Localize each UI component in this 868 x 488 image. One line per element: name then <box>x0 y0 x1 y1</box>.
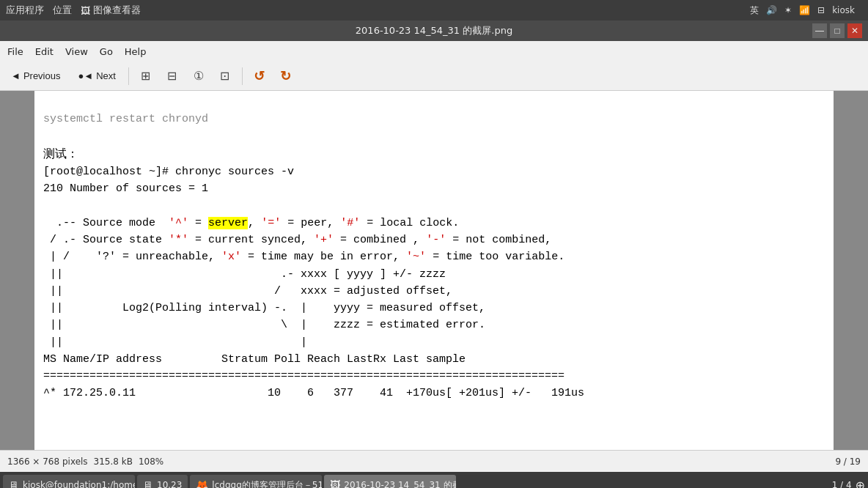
menu-help[interactable]: Help <box>120 45 151 59</box>
app-name: 🖼 图像查看器 <box>81 4 141 17</box>
image-dimensions: 1366 × 768 pixels <box>7 456 88 467</box>
system-bar: 应用程序 位置 🖼 图像查看器 英 🔊 ✶ 📶 ⊟ kiosk <box>0 0 868 21</box>
rotate-left-icon: ↺ <box>254 68 265 84</box>
system-bar-right: 英 🔊 ✶ 📶 ⊟ kiosk <box>750 4 862 17</box>
taskbar: 🖥 kiosk@foundation1:/home/kiosk/... 🖥 10… <box>0 472 868 488</box>
taskbar-item-firefox[interactable]: 🦊 lcdqqq的博客管理后台－51CTO... <box>190 475 322 488</box>
legend-line-5: || / xxxx = adjusted offset, <box>43 285 452 297</box>
next-label: Next <box>96 70 116 81</box>
menu-file[interactable]: File <box>3 45 28 59</box>
taskbar-counter: 1 / 4 <box>832 480 852 488</box>
audio-icon: 🔊 <box>766 5 777 15</box>
rotate-right-button[interactable]: ↻ <box>275 66 297 86</box>
bluetooth-icon: ✶ <box>784 5 792 15</box>
menu-bar: File Edit View Go Help <box>0 41 868 62</box>
app-icon: 🖼 <box>81 5 90 16</box>
terminal2-icon: 🖥 <box>143 479 153 488</box>
line-chinese-test: 测试： <box>43 147 78 160</box>
legend-line-2: / .- Source state '*' = current synced, … <box>43 234 551 246</box>
zoom-level: 108% <box>139 456 163 467</box>
line-number: 210 Number of sources = 1 <box>43 182 208 195</box>
image-position: 9 / 19 <box>835 456 861 467</box>
table-row-1: ^* 172.25.0.11 10 6 377 41 +170us[ +201u… <box>43 387 584 399</box>
toolbar-separator-2 <box>242 67 243 85</box>
legend-line-7: || \ | zzzz = estimated error. <box>43 319 485 331</box>
window-controls: — □ ✕ <box>812 23 862 38</box>
table-separator: ========================================… <box>43 370 564 382</box>
previous-button[interactable]: ◄ Previous <box>4 67 67 84</box>
taskbar-viewer-label: 2016-10-23 14_54_31 的截屏.png <box>344 479 456 489</box>
app-menu[interactable]: 应用程序 <box>6 4 44 17</box>
maximize-button[interactable]: □ <box>830 23 845 38</box>
terminal-content: systemctl restart chronyd 测试： [root@loca… <box>34 91 834 425</box>
viewer-icon: 🖼 <box>330 479 340 488</box>
taskbar-item-10[interactable]: 🖥 10.23 <box>137 475 188 488</box>
legend-line-6: || Log2(Polling interval) -. | yyyy = me… <box>43 302 485 314</box>
taskbar-item-viewer[interactable]: 🖼 2016-10-23 14_54_31 的截屏.png <box>324 475 456 488</box>
taskbar-firefox-label: lcdqqq的博客管理后台－51CTO... <box>212 479 322 489</box>
minimize-button[interactable]: — <box>812 23 827 38</box>
taskbar-terminal-label: kiosk@foundation1:/home/kiosk/... <box>23 480 135 488</box>
zoom-normal-button[interactable]: ① <box>188 66 210 86</box>
firefox-icon: 🦊 <box>196 479 208 488</box>
zoom-out-button[interactable]: ⊟ <box>161 66 183 86</box>
terminal-icon: 🖥 <box>9 479 19 488</box>
legend-line-8: || | <box>43 336 307 349</box>
menu-go[interactable]: Go <box>95 45 117 59</box>
taskbar-counter-icon[interactable]: ⊕ <box>856 478 865 489</box>
toolbar-separator-1 <box>128 67 129 85</box>
legend-line-4: || .- xxxx [ yyyy ] +/- zzzz <box>43 268 446 281</box>
previous-label: Previous <box>23 70 61 81</box>
window-title: 2016-10-23 14_54_31 的截屏.png <box>356 24 512 37</box>
next-icon: ●◄ <box>78 70 93 81</box>
next-button[interactable]: ●◄ Next <box>71 67 122 84</box>
close-button[interactable]: ✕ <box>847 23 862 38</box>
legend-line-3: | / '?' = unreachable, 'x' = time may be… <box>43 251 564 263</box>
previous-icon: ◄ <box>11 70 21 81</box>
lang-indicator[interactable]: 英 <box>750 4 759 17</box>
line-command: [root@localhost ~]# chronyc sources -v <box>43 166 294 178</box>
menu-edit[interactable]: Edit <box>31 45 58 59</box>
battery-icon: ⊟ <box>817 5 825 15</box>
viewer-area: systemctl restart chronyd 测试： [root@loca… <box>0 91 868 450</box>
system-bar-left: 应用程序 位置 🖼 图像查看器 <box>6 4 141 17</box>
title-bar: 2016-10-23 14_54_31 的截屏.png — □ ✕ <box>0 21 868 41</box>
table-header: MS Name/IP address Stratum Poll Reach La… <box>43 353 466 366</box>
rotate-right-icon: ↻ <box>280 68 291 84</box>
zoom-fit-button[interactable]: ⊞ <box>135 66 157 86</box>
legend-line-1: .-- Source mode '^' = server, '=' = peer… <box>43 217 459 229</box>
wifi-icon: 📶 <box>799 5 810 15</box>
taskbar-item-terminal[interactable]: 🖥 kiosk@foundation1:/home/kiosk/... <box>3 475 135 488</box>
zoom-fill-button[interactable]: ⊡ <box>214 66 236 86</box>
datetime: kiosk <box>832 5 855 15</box>
menu-view[interactable]: View <box>61 45 92 59</box>
image-display: systemctl restart chronyd 测试： [root@loca… <box>34 91 834 450</box>
file-size: 315.8 kB <box>94 456 133 467</box>
rotate-left-button[interactable]: ↺ <box>249 66 271 86</box>
taskbar-10-label: 10.23 <box>157 480 182 488</box>
line-systemctl: systemctl restart chronyd <box>43 113 208 125</box>
toolbar: ◄ Previous ●◄ Next ⊞ ⊟ ① ⊡ ↺ ↻ <box>0 62 868 91</box>
places-menu[interactable]: 位置 <box>53 4 72 17</box>
status-bar: 1366 × 768 pixels 315.8 kB 108% 9 / 19 <box>0 450 868 472</box>
